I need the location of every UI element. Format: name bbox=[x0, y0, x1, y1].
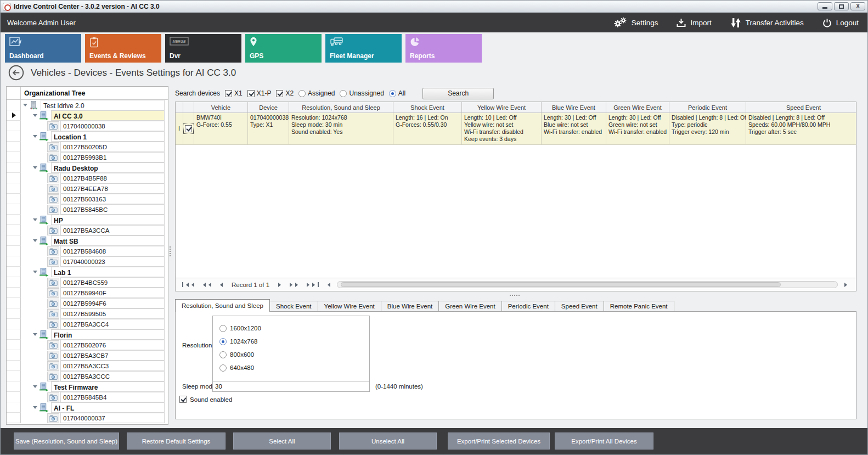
nav-tile-fleet-manager[interactable]: Fleet Manager bbox=[325, 34, 402, 63]
tree-device-00127b59940f[interactable]: 00127B59940F bbox=[7, 288, 168, 298]
tab-blue-wire-event[interactable]: Blue Wire Event bbox=[381, 301, 439, 312]
row-select-checkbox[interactable] bbox=[183, 113, 194, 144]
tree-device-00127b4b5f88[interactable]: 00127B4B5F88 bbox=[7, 173, 168, 183]
filter-radio-assigned[interactable]: Assigned bbox=[298, 89, 335, 97]
nav-tile-gps[interactable]: GPS bbox=[245, 34, 322, 63]
filter-radio-unassigned[interactable]: Unassigned bbox=[340, 89, 384, 97]
select-all-button[interactable]: Select All bbox=[233, 432, 331, 450]
column-header-device[interactable]: Device bbox=[248, 102, 289, 113]
tree-device-017040000038[interactable]: 017040000038 bbox=[7, 121, 168, 131]
tree-node-radu-desktop[interactable]: Radu Desktop bbox=[7, 162, 168, 173]
scrollbar-thumb[interactable] bbox=[341, 282, 781, 287]
close-button[interactable]: X bbox=[850, 2, 865, 10]
tree-device-00127b50205d[interactable]: 00127B50205D bbox=[7, 142, 168, 152]
tree-device-00127b5993b1[interactable]: 00127B5993B1 bbox=[7, 152, 168, 162]
device-type-checkbox-x1-p[interactable]: X1-P bbox=[247, 89, 272, 97]
nav-tile-dashboard[interactable]: Dashboard bbox=[5, 34, 81, 63]
tree-node-ai-cc-3-0[interactable]: AI CC 3.0 bbox=[7, 110, 168, 121]
resolution-option-1600x1200[interactable]: 1600x1200 bbox=[219, 322, 369, 335]
resolution-option-800x600[interactable]: 800x600 bbox=[219, 348, 369, 361]
tree-node-test-firmware[interactable]: Test Firmware bbox=[7, 381, 168, 392]
column-header-resolution-sound-and-sleep[interactable]: Resolution, Sound and Sleep bbox=[289, 102, 393, 113]
tree-device-00127b5a3cb7[interactable]: 00127B5A3CB7 bbox=[7, 350, 168, 361]
grid-splitter-handle[interactable] bbox=[510, 295, 520, 296]
column-header-blue-wire-event[interactable]: Blue Wire Event bbox=[542, 102, 606, 113]
tree-node-florin[interactable]: Florin bbox=[7, 329, 168, 340]
tree-device-00127b503163[interactable]: 00127B503163 bbox=[7, 194, 168, 204]
tree-node-matt-sb[interactable]: Matt SB bbox=[7, 235, 168, 246]
tab-remote-panic-event[interactable]: Remote Panic Event bbox=[604, 301, 674, 312]
tree-device-017040000037[interactable]: 017040000037 bbox=[7, 413, 168, 423]
expand-arrow-icon[interactable] bbox=[33, 166, 37, 171]
first-record-button[interactable] bbox=[182, 282, 194, 287]
tab-yellow-wire-event[interactable]: Yellow Wire Event bbox=[318, 301, 381, 312]
export-print-all-devices-button[interactable]: Export/Print All Devices bbox=[555, 432, 653, 450]
horizontal-scrollbar[interactable] bbox=[337, 281, 838, 288]
resolution-option-640x480[interactable]: 640x480 bbox=[219, 361, 369, 374]
resolution-option-1024x768[interactable]: 1024x768 bbox=[219, 335, 369, 348]
expand-arrow-icon[interactable] bbox=[23, 104, 27, 109]
nav-tile-reports[interactable]: Reports bbox=[405, 34, 482, 63]
maximize-button[interactable] bbox=[834, 2, 849, 10]
expand-arrow-icon[interactable] bbox=[33, 333, 37, 338]
sleep-mode-input[interactable] bbox=[212, 381, 370, 392]
tree-node-hp[interactable]: HP bbox=[7, 215, 168, 225]
tree-device-00127b4bc559[interactable]: 00127B4BC559 bbox=[7, 277, 168, 288]
tab-speed-event[interactable]: Speed Event bbox=[555, 301, 604, 312]
unselect-all-button[interactable]: Unselect All bbox=[339, 432, 437, 450]
tree-device-00127b5845bc[interactable]: 00127B5845BC bbox=[7, 204, 168, 215]
tree-device-00127b599505[interactable]: 00127B599505 bbox=[7, 308, 168, 319]
tab-periodic-event[interactable]: Periodic Event bbox=[501, 301, 555, 312]
expand-arrow-icon[interactable] bbox=[33, 218, 37, 223]
tab-resolution-sound-and-sleep[interactable]: Resolution, Sound and Sleep bbox=[175, 299, 270, 312]
column-header-green-wire-event[interactable]: Green Wire Event bbox=[606, 102, 669, 113]
sound-enabled-checkbox[interactable]: Sound enabled bbox=[179, 396, 232, 403]
tree-device-00127b5994f6[interactable]: 00127B5994F6 bbox=[7, 298, 168, 308]
device-type-checkbox-x1[interactable]: X1 bbox=[225, 89, 243, 97]
tab-shock-event[interactable]: Shock Event bbox=[269, 301, 318, 312]
next-record-button[interactable] bbox=[278, 283, 283, 287]
search-button[interactable]: Search bbox=[422, 88, 494, 99]
expand-arrow-icon[interactable] bbox=[33, 385, 37, 390]
column-header-speed-event[interactable]: Speed Event bbox=[746, 102, 856, 113]
tree-device-017040000023[interactable]: 017040000023 bbox=[7, 256, 168, 267]
minimize-button[interactable] bbox=[818, 2, 832, 10]
column-header-periodic-event[interactable]: Periodic Event bbox=[669, 102, 746, 113]
expand-arrow-icon[interactable] bbox=[33, 114, 37, 119]
nav-tile-events-reviews[interactable]: Events & Reviews bbox=[85, 34, 161, 63]
tree-device-00127b5a3ccc[interactable]: 00127B5A3CCC bbox=[7, 371, 168, 381]
tree-device-00127b584608[interactable]: 00127B584608 bbox=[7, 246, 168, 256]
expand-arrow-icon[interactable] bbox=[33, 406, 37, 411]
tree-device-00127b5a3cc3[interactable]: 00127B5A3CC3 bbox=[7, 361, 168, 371]
expand-arrow-icon[interactable] bbox=[33, 239, 37, 244]
column-header-shock-event[interactable]: Shock Event bbox=[393, 102, 462, 113]
restore-default-settings-button[interactable]: Restore Default Settings bbox=[127, 432, 226, 450]
tree-node-ai-fl[interactable]: AI - FL bbox=[7, 402, 168, 413]
expand-arrow-icon[interactable] bbox=[33, 271, 37, 276]
last-record-button[interactable] bbox=[307, 282, 319, 287]
tree-node-test-idrive-2-0[interactable]: Test Idrive 2.0 bbox=[7, 100, 168, 110]
scroll-right-button[interactable] bbox=[844, 283, 849, 287]
next-page-button[interactable] bbox=[290, 283, 300, 287]
prev-page-button[interactable] bbox=[201, 283, 211, 287]
topbar-action-settings[interactable]: Settings bbox=[613, 17, 658, 28]
filter-radio-all[interactable]: All bbox=[389, 89, 405, 97]
back-button[interactable] bbox=[8, 65, 24, 81]
prev-record-button[interactable] bbox=[218, 283, 223, 287]
tree-node-lab-1[interactable]: Lab 1 bbox=[7, 267, 168, 277]
tree-device-00127b5a3cc4[interactable]: 00127B5A3CC4 bbox=[7, 319, 168, 329]
column-header-vehicle[interactable]: Vehicle bbox=[194, 102, 248, 113]
export-print-selected-devices-button[interactable]: Export/Print Selected Devices bbox=[448, 432, 550, 450]
save-resolution-sound-and-sleep-button[interactable]: Save (Resolution, Sound and Sleep) bbox=[14, 432, 119, 450]
nav-tile-dvr[interactable]: MERGEDvr bbox=[165, 34, 241, 63]
tree-device-00127b502076[interactable]: 00127B502076 bbox=[7, 340, 168, 350]
tree-device-00127b5845b4[interactable]: 00127B5845B4 bbox=[7, 392, 168, 402]
grid-data-row[interactable]: IBMW740iG-Force: 0.55017040000038Type: X… bbox=[176, 113, 856, 145]
tree-device-00127b5a3cca[interactable]: 00127B5A3CCA bbox=[7, 225, 168, 235]
topbar-action-logout[interactable]: Logout bbox=[822, 18, 859, 27]
expand-arrow-icon[interactable] bbox=[33, 135, 37, 140]
scroll-left-button[interactable] bbox=[325, 283, 330, 287]
device-type-checkbox-x2[interactable]: X2 bbox=[276, 89, 294, 97]
column-header-yellow-wire-event[interactable]: Yellow Wire Event bbox=[462, 102, 542, 113]
tree-device-00127b4eea78[interactable]: 00127B4EEA78 bbox=[7, 183, 168, 194]
